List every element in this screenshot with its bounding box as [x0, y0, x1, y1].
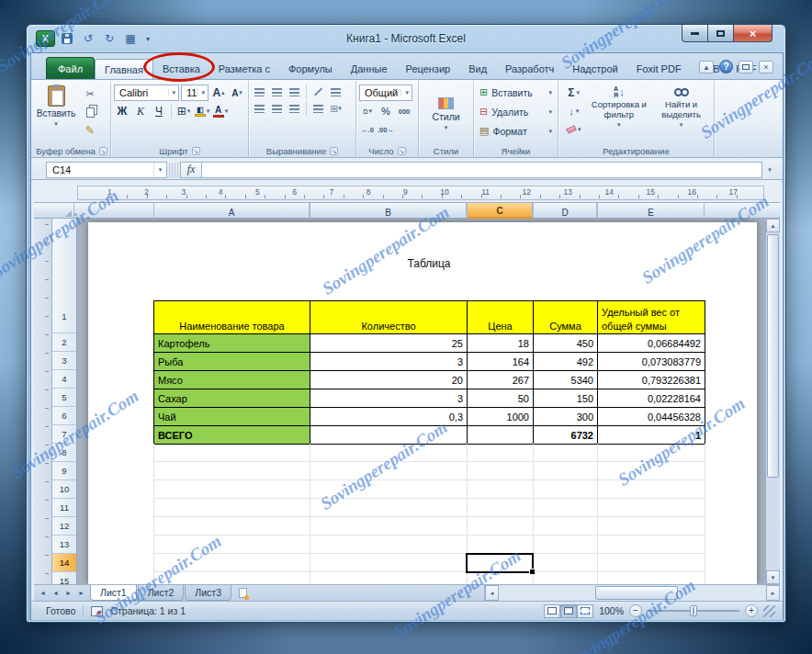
insert-function-button[interactable]: fx	[180, 162, 202, 178]
align-middle-icon[interactable]	[269, 85, 285, 99]
cell[interactable]: 0,3	[310, 408, 468, 426]
merge-dropdown-icon[interactable]: ▾	[338, 105, 342, 112]
wrap-text-icon[interactable]	[328, 85, 344, 99]
cell[interactable]: ВСЕГО	[154, 426, 310, 445]
titlebar[interactable]: X ↺ ↻ ▦ ▾ Книга1 - Microsoft Excel ×	[27, 25, 785, 52]
borders-dropdown-icon[interactable]: ▾	[187, 107, 191, 115]
find-select-button[interactable]: Найти и выделить ▾	[651, 83, 711, 144]
sort-filter-button[interactable]: АЯ↓ Сортировка и фильтр ▾	[589, 83, 648, 144]
maximize-button[interactable]	[708, 25, 733, 42]
row-header[interactable]: 11	[52, 499, 76, 517]
cell[interactable]: 0,793226381	[598, 371, 705, 389]
find-select-dropdown-icon[interactable]: ▾	[680, 121, 683, 129]
horizontal-scroll-thumb[interactable]	[595, 586, 678, 600]
tab-review[interactable]: Рецензир	[397, 59, 460, 79]
number-format-combo[interactable]: Общий▾	[359, 85, 412, 101]
tab-file[interactable]: Файл	[46, 57, 95, 79]
zoom-out-icon[interactable]: −	[629, 604, 642, 617]
autosum-dropdown-icon[interactable]: ▾	[577, 89, 581, 96]
cell[interactable]: 25	[310, 334, 468, 353]
row-header[interactable]: 7	[52, 425, 76, 444]
format-cells-button[interactable]: ▤Формат▾	[477, 121, 555, 141]
thousands-format-icon[interactable]: 000	[396, 103, 412, 119]
expand-formula-bar-icon[interactable]: ▾	[762, 166, 777, 174]
cell[interactable]: Рыба	[154, 353, 310, 371]
cell[interactable]: 18	[468, 334, 534, 353]
paste-dropdown-icon[interactable]: ▾	[54, 120, 58, 128]
cell[interactable]: 0,06684492	[598, 334, 705, 353]
cut-icon[interactable]: ✂	[78, 86, 102, 101]
align-top-icon[interactable]	[252, 85, 267, 99]
cell[interactable]: 492	[534, 353, 598, 371]
align-center-icon[interactable]	[269, 102, 285, 116]
resize-grip[interactable]	[763, 605, 775, 617]
tab-page-layout[interactable]: Разметка с	[209, 59, 279, 79]
column-header-e[interactable]: E	[597, 203, 705, 219]
font-size-combo[interactable]: 11▾	[181, 85, 209, 101]
tab-data[interactable]: Данные	[342, 59, 397, 79]
row-header[interactable]: 6	[52, 407, 76, 425]
horizontal-scrollbar[interactable]: ◂ ▸	[484, 585, 780, 601]
cell[interactable]	[310, 426, 468, 445]
font-dialog-launcher-icon[interactable]: ↘	[192, 147, 200, 155]
cell[interactable]: 1	[598, 426, 705, 445]
column-header-b[interactable]: B	[310, 203, 467, 219]
sort-filter-dropdown-icon[interactable]: ▾	[617, 121, 621, 129]
cell[interactable]: Мясо	[154, 371, 310, 389]
restore-workbook-icon[interactable]	[739, 61, 753, 73]
alignment-dialog-launcher-icon[interactable]: ↘	[330, 147, 338, 155]
cell[interactable]: 50	[468, 389, 534, 408]
insert-sheet-button[interactable]	[232, 585, 254, 601]
scroll-down-icon[interactable]: ▾	[766, 570, 780, 584]
row-header[interactable]: 8	[52, 444, 76, 462]
percent-format-icon[interactable]: %	[378, 103, 394, 119]
delete-cells-button[interactable]: ⊟Удалить▾	[477, 102, 555, 121]
horizontal-scroll-track[interactable]	[499, 585, 766, 601]
help-icon[interactable]: ?	[719, 60, 733, 73]
formula-bar-grip[interactable]	[169, 163, 178, 177]
fill-dropdown-icon[interactable]: ▾	[576, 107, 580, 115]
scroll-up-icon[interactable]: ▴	[766, 219, 780, 232]
cell[interactable]: 300	[534, 408, 598, 426]
sheet-tab-list3[interactable]: Лист3	[185, 585, 231, 601]
format-cells-dropdown-icon[interactable]: ▾	[548, 128, 552, 135]
cell[interactable]: 0,02228164	[598, 389, 705, 408]
zoom-in-icon[interactable]: +	[745, 604, 758, 617]
align-right-icon[interactable]	[287, 102, 302, 116]
scroll-left-icon[interactable]: ◂	[485, 585, 499, 601]
vertical-scroll-thumb[interactable]	[767, 234, 779, 478]
merge-center-button[interactable]: ⊞▾	[328, 102, 344, 116]
page-break-view-button[interactable]	[577, 604, 593, 618]
tab-developer[interactable]: Разработч	[496, 59, 563, 79]
normal-view-button[interactable]	[544, 604, 560, 618]
name-box-dropdown-icon[interactable]: ▾	[153, 163, 166, 177]
cell[interactable]: 6732	[534, 426, 598, 445]
row-header[interactable]: 10	[52, 480, 76, 499]
styles-button[interactable]: Стили ▾	[425, 85, 467, 144]
currency-format-icon[interactable]: ¤▾	[359, 103, 376, 119]
column-header-a[interactable]: A	[153, 203, 310, 219]
close-button[interactable]: ×	[733, 25, 773, 42]
tab-addins[interactable]: Надстрой	[563, 59, 626, 79]
sheet-tab-list1[interactable]: Лист1	[90, 585, 137, 601]
number-format-dropdown-icon[interactable]: ▾	[400, 89, 409, 96]
increase-decimal-icon[interactable]: ←.0	[359, 121, 376, 138]
align-bottom-icon[interactable]	[287, 85, 302, 99]
clipboard-dialog-launcher-icon[interactable]: ↘	[99, 147, 107, 155]
row-header-active[interactable]: 14	[52, 554, 76, 572]
last-sheet-icon[interactable]: ▸	[75, 589, 87, 597]
cell[interactable]: 3	[310, 353, 468, 371]
collapse-ribbon-icon[interactable]: ▴	[699, 61, 714, 73]
row-header[interactable]: 12	[52, 517, 76, 536]
decrease-indent-icon[interactable]	[310, 102, 326, 116]
cell[interactable]: Чай	[154, 408, 310, 426]
scroll-right-icon[interactable]: ▸	[766, 585, 780, 601]
zoom-slider[interactable]	[648, 604, 739, 617]
cell[interactable]: 3	[310, 389, 468, 408]
name-box[interactable]: C14▾	[46, 162, 167, 178]
fill-color-button[interactable]: ◧▾	[194, 103, 210, 119]
vertical-scroll-track[interactable]	[766, 232, 780, 570]
shrink-font-button[interactable]: А▾	[229, 85, 245, 101]
cell[interactable]: 164	[468, 353, 534, 371]
sheet-tab-list2[interactable]: Лист2	[138, 585, 185, 601]
